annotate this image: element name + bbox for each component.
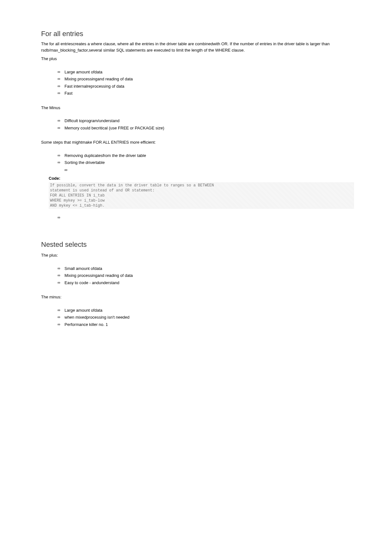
list-item: Mixing processingand reading of data	[58, 76, 354, 82]
list-item: Large amount ofdata	[58, 69, 354, 75]
section-heading-nested-selects: Nested selects	[41, 239, 354, 250]
code-block: If possible, convert the data in the dri…	[49, 182, 354, 209]
code-label: Code:	[49, 175, 354, 182]
list-item: Fast	[58, 90, 354, 97]
list-item: when mixedprocessing isn't needed	[58, 314, 354, 321]
minus-list: Difficult toprogram/understand Memory co…	[41, 118, 354, 131]
plus-label: The plus	[41, 56, 354, 62]
list-item: Fast internalreprocessing of data	[58, 83, 354, 90]
list-item: Sorting the drivertable	[58, 159, 354, 166]
minus-label: The Minus	[41, 105, 354, 111]
nested-plus-label: The plus:	[41, 252, 354, 259]
steps-label: Some steps that mightmake FOR ALL ENTRIE…	[41, 139, 354, 146]
lone-bullet: ∞	[58, 215, 354, 220]
list-item: Performance killer no. 1	[58, 321, 354, 328]
list-item: Memory could becritical (use FREE or PAC…	[58, 125, 354, 131]
steps-list: Removing duplicatesfrom the the driver t…	[41, 153, 354, 173]
plus-list: Large amount ofdata Mixing processingand…	[41, 69, 354, 97]
list-item: Mixing processingand reading of data	[58, 272, 354, 279]
intro-paragraph: The for all entriescreates a where claus…	[41, 41, 354, 53]
list-item: Large amount ofdata	[58, 307, 354, 314]
list-item: Removing duplicatesfrom the the driver t…	[58, 153, 354, 159]
list-item: Difficult toprogram/understand	[58, 118, 354, 124]
section-heading-for-all-entries: For all entries	[41, 28, 354, 39]
nested-minus-list: Large amount ofdata when mixedprocessing…	[41, 307, 354, 328]
list-item: Easy to code - andunderstand	[58, 280, 354, 286]
list-item-empty: ∞	[58, 167, 354, 173]
nested-plus-list: Small amount ofdata Mixing processingand…	[41, 265, 354, 286]
nested-minus-label: The minus:	[41, 294, 354, 300]
list-item: Small amount ofdata	[58, 265, 354, 272]
